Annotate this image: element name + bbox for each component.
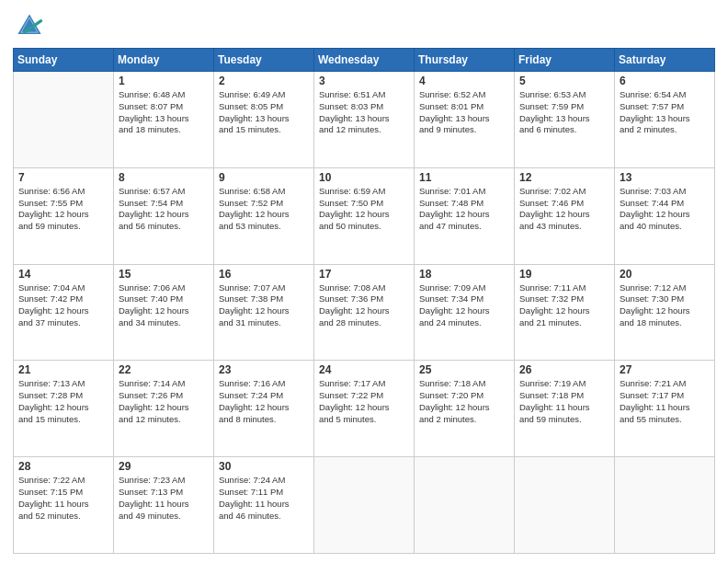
day-number: 7: [18, 171, 108, 184]
cell-info: Sunrise: 7:03 AM Sunset: 7:44 PM Dayligh…: [620, 186, 710, 233]
calendar-cell: 30Sunrise: 7:24 AM Sunset: 7:11 PM Dayli…: [214, 457, 314, 554]
calendar-cell: 26Sunrise: 7:19 AM Sunset: 7:18 PM Dayli…: [515, 361, 615, 457]
cell-info: Sunrise: 6:59 AM Sunset: 7:50 PM Dayligh…: [319, 186, 409, 233]
calendar-cell: [515, 457, 615, 554]
day-number: 27: [620, 363, 710, 376]
calendar-cell: 17Sunrise: 7:08 AM Sunset: 7:36 PM Dayli…: [314, 264, 415, 361]
logo-icon: [13, 9, 46, 42]
day-number: 30: [219, 460, 309, 473]
cell-info: Sunrise: 6:58 AM Sunset: 7:52 PM Dayligh…: [219, 186, 309, 233]
col-saturday: Saturday: [615, 49, 715, 72]
calendar-cell: 18Sunrise: 7:09 AM Sunset: 7:34 PM Dayli…: [415, 264, 515, 361]
calendar-cell: 29Sunrise: 7:23 AM Sunset: 7:13 PM Dayli…: [114, 457, 214, 554]
day-number: 23: [219, 363, 309, 376]
cell-info: Sunrise: 7:21 AM Sunset: 7:17 PM Dayligh…: [620, 378, 710, 425]
cell-info: Sunrise: 7:24 AM Sunset: 7:11 PM Dayligh…: [219, 475, 309, 522]
calendar-cell: 3Sunrise: 6:51 AM Sunset: 8:03 PM Daylig…: [314, 72, 415, 168]
cell-info: Sunrise: 7:13 AM Sunset: 7:28 PM Dayligh…: [18, 378, 108, 425]
calendar-cell: 2Sunrise: 6:49 AM Sunset: 8:05 PM Daylig…: [214, 72, 314, 168]
day-number: 29: [119, 460, 209, 473]
cell-info: Sunrise: 7:23 AM Sunset: 7:13 PM Dayligh…: [119, 475, 209, 522]
cell-info: Sunrise: 7:04 AM Sunset: 7:42 PM Dayligh…: [18, 282, 108, 329]
cell-info: Sunrise: 7:11 AM Sunset: 7:32 PM Dayligh…: [519, 282, 609, 329]
col-thursday: Thursday: [415, 49, 515, 72]
day-number: 24: [319, 363, 409, 376]
calendar-cell: 10Sunrise: 6:59 AM Sunset: 7:50 PM Dayli…: [314, 167, 415, 264]
col-sunday: Sunday: [14, 49, 114, 72]
cell-info: Sunrise: 7:19 AM Sunset: 7:18 PM Dayligh…: [519, 378, 609, 425]
day-number: 20: [620, 268, 710, 281]
day-number: 11: [419, 171, 509, 184]
cell-info: Sunrise: 7:17 AM Sunset: 7:22 PM Dayligh…: [319, 378, 409, 425]
cell-info: Sunrise: 7:12 AM Sunset: 7:30 PM Dayligh…: [620, 282, 710, 329]
cell-info: Sunrise: 7:16 AM Sunset: 7:24 PM Dayligh…: [219, 378, 309, 425]
cell-info: Sunrise: 7:14 AM Sunset: 7:26 PM Dayligh…: [119, 378, 209, 425]
day-number: 10: [319, 171, 409, 184]
calendar-cell: 22Sunrise: 7:14 AM Sunset: 7:26 PM Dayli…: [114, 361, 214, 457]
calendar-cell: 28Sunrise: 7:22 AM Sunset: 7:15 PM Dayli…: [14, 457, 114, 554]
calendar-cell: [14, 72, 114, 168]
calendar-cell: 9Sunrise: 6:58 AM Sunset: 7:52 PM Daylig…: [214, 167, 314, 264]
day-number: 8: [119, 171, 209, 184]
day-number: 25: [419, 363, 509, 376]
cell-info: Sunrise: 7:06 AM Sunset: 7:40 PM Dayligh…: [119, 282, 209, 329]
calendar-week-row: 14Sunrise: 7:04 AM Sunset: 7:42 PM Dayli…: [14, 264, 715, 361]
col-tuesday: Tuesday: [214, 49, 314, 72]
cell-info: Sunrise: 6:49 AM Sunset: 8:05 PM Dayligh…: [219, 89, 309, 136]
calendar-header-row: Sunday Monday Tuesday Wednesday Thursday…: [14, 49, 715, 72]
day-number: 13: [620, 171, 710, 184]
day-number: 18: [419, 268, 509, 281]
calendar-week-row: 1Sunrise: 6:48 AM Sunset: 8:07 PM Daylig…: [14, 72, 715, 168]
day-number: 12: [519, 171, 609, 184]
page: Sunday Monday Tuesday Wednesday Thursday…: [0, 0, 728, 563]
logo: [13, 9, 50, 42]
calendar-cell: 19Sunrise: 7:11 AM Sunset: 7:32 PM Dayli…: [515, 264, 615, 361]
calendar-cell: 11Sunrise: 7:01 AM Sunset: 7:48 PM Dayli…: [415, 167, 515, 264]
calendar-week-row: 7Sunrise: 6:56 AM Sunset: 7:55 PM Daylig…: [14, 167, 715, 264]
cell-info: Sunrise: 7:18 AM Sunset: 7:20 PM Dayligh…: [419, 378, 509, 425]
day-number: 14: [18, 268, 108, 281]
cell-info: Sunrise: 7:08 AM Sunset: 7:36 PM Dayligh…: [319, 282, 409, 329]
day-number: 1: [119, 75, 209, 87]
day-number: 19: [519, 268, 609, 281]
cell-info: Sunrise: 6:56 AM Sunset: 7:55 PM Dayligh…: [18, 186, 108, 233]
calendar-cell: 20Sunrise: 7:12 AM Sunset: 7:30 PM Dayli…: [615, 264, 715, 361]
day-number: 4: [419, 75, 509, 87]
cell-info: Sunrise: 7:01 AM Sunset: 7:48 PM Dayligh…: [419, 186, 509, 233]
cell-info: Sunrise: 7:09 AM Sunset: 7:34 PM Dayligh…: [419, 282, 509, 329]
day-number: 9: [219, 171, 309, 184]
cell-info: Sunrise: 6:48 AM Sunset: 8:07 PM Dayligh…: [119, 89, 209, 136]
day-number: 22: [119, 363, 209, 376]
col-monday: Monday: [114, 49, 214, 72]
day-number: 21: [18, 363, 108, 376]
calendar-cell: 4Sunrise: 6:52 AM Sunset: 8:01 PM Daylig…: [415, 72, 515, 168]
header: [13, 9, 715, 42]
calendar-cell: [415, 457, 515, 554]
day-number: 17: [319, 268, 409, 281]
cell-info: Sunrise: 7:22 AM Sunset: 7:15 PM Dayligh…: [18, 475, 108, 522]
calendar-cell: 5Sunrise: 6:53 AM Sunset: 7:59 PM Daylig…: [515, 72, 615, 168]
calendar-table: Sunday Monday Tuesday Wednesday Thursday…: [13, 48, 715, 554]
calendar-cell: 21Sunrise: 7:13 AM Sunset: 7:28 PM Dayli…: [14, 361, 114, 457]
calendar-cell: 13Sunrise: 7:03 AM Sunset: 7:44 PM Dayli…: [615, 167, 715, 264]
calendar-cell: 12Sunrise: 7:02 AM Sunset: 7:46 PM Dayli…: [515, 167, 615, 264]
day-number: 5: [519, 75, 609, 87]
col-wednesday: Wednesday: [314, 49, 415, 72]
cell-info: Sunrise: 6:57 AM Sunset: 7:54 PM Dayligh…: [119, 186, 209, 233]
cell-info: Sunrise: 7:07 AM Sunset: 7:38 PM Dayligh…: [219, 282, 309, 329]
calendar-cell: 14Sunrise: 7:04 AM Sunset: 7:42 PM Dayli…: [14, 264, 114, 361]
day-number: 6: [620, 75, 710, 87]
day-number: 15: [119, 268, 209, 281]
calendar-cell: [314, 457, 415, 554]
calendar-cell: 27Sunrise: 7:21 AM Sunset: 7:17 PM Dayli…: [615, 361, 715, 457]
calendar-cell: 15Sunrise: 7:06 AM Sunset: 7:40 PM Dayli…: [114, 264, 214, 361]
calendar-week-row: 21Sunrise: 7:13 AM Sunset: 7:28 PM Dayli…: [14, 361, 715, 457]
calendar-cell: 7Sunrise: 6:56 AM Sunset: 7:55 PM Daylig…: [14, 167, 114, 264]
calendar-cell: 23Sunrise: 7:16 AM Sunset: 7:24 PM Dayli…: [214, 361, 314, 457]
cell-info: Sunrise: 6:53 AM Sunset: 7:59 PM Dayligh…: [519, 89, 609, 136]
day-number: 28: [18, 460, 108, 473]
day-number: 26: [519, 363, 609, 376]
calendar-cell: 6Sunrise: 6:54 AM Sunset: 7:57 PM Daylig…: [615, 72, 715, 168]
day-number: 2: [219, 75, 309, 87]
cell-info: Sunrise: 7:02 AM Sunset: 7:46 PM Dayligh…: [519, 186, 609, 233]
